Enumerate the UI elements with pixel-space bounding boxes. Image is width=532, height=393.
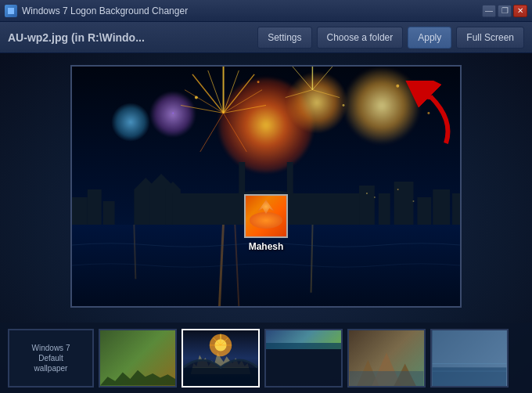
user-icon (244, 194, 288, 238)
svg-point-41 (366, 193, 368, 194)
wallpaper-preview (70, 65, 462, 308)
svg-line-47 (311, 225, 313, 293)
window-title: Windows 7 Logon Background Changer (22, 5, 188, 16)
svg-rect-64 (433, 367, 507, 386)
app-icon (5, 5, 17, 17)
firework-burst-2 (286, 71, 348, 134)
svg-rect-1 (11, 8, 14, 11)
svg-line-48 (134, 225, 135, 279)
thumbnail-3[interactable] (264, 329, 343, 388)
full-screen-button[interactable]: Full Screen (456, 27, 524, 49)
thumbnail-5-image (432, 330, 507, 386)
svg-line-46 (235, 225, 239, 306)
svg-point-42 (374, 196, 376, 198)
thumbnail-2-image (183, 330, 258, 386)
firework-burst-3 (149, 91, 196, 138)
thumbnail-1[interactable] (99, 329, 177, 388)
thumb-fireworks (183, 330, 258, 386)
thumbnail-3-image (266, 330, 341, 350)
svg-rect-3 (11, 11, 14, 14)
settings-button[interactable]: Settings (257, 27, 311, 49)
window-controls: — ❐ ✕ (482, 5, 527, 17)
svg-point-43 (397, 189, 399, 190)
apply-button[interactable]: Apply (408, 27, 451, 49)
svg-rect-32 (359, 186, 375, 225)
svg-rect-36 (433, 189, 450, 225)
toolbar: AU-wp2.jpg (in R:\Windo... Settings Choo… (0, 22, 532, 53)
thumb-seascape (432, 330, 507, 386)
minimize-button[interactable]: — (482, 5, 496, 17)
file-title: AU-wp2.jpg (in R:\Windo... (8, 31, 253, 44)
thumbnail-1-image (100, 330, 175, 386)
thumbnail-2-selected[interactable] (182, 329, 260, 388)
thumbnail-default[interactable]: Windows 7Defaultwallpaper (8, 329, 94, 388)
title-bar: Windows 7 Logon Background Changer — ❐ ✕ (0, 0, 532, 22)
title-left: Windows 7 Logon Background Changer (5, 5, 188, 17)
svg-rect-39 (88, 189, 102, 225)
firework-burst-5 (111, 103, 150, 142)
thumbnail-label: Windows 7Defaultwallpaper (29, 340, 74, 377)
main-area: Mahesh Windows 7Defaultwallpaper (0, 53, 532, 393)
restore-button[interactable]: ❐ (498, 5, 512, 17)
close-button[interactable]: ✕ (513, 5, 527, 17)
svg-rect-62 (350, 371, 424, 386)
thumbnail-5[interactable] (430, 329, 509, 388)
fireworks-background (72, 67, 460, 306)
svg-rect-38 (72, 197, 88, 225)
user-name: Mahesh (249, 241, 284, 252)
firework-burst-4 (343, 67, 421, 145)
thumbnail-4-image (349, 330, 424, 386)
thumbnail-strip: Windows 7Defaultwallpaper (0, 323, 532, 393)
svg-rect-2 (8, 11, 11, 14)
svg-rect-63 (433, 330, 507, 367)
svg-point-44 (412, 200, 414, 202)
thumb-rocks (349, 330, 424, 386)
thumbnail-4[interactable] (347, 329, 426, 388)
user-overlay: Mahesh (244, 194, 288, 252)
svg-rect-35 (417, 197, 431, 225)
svg-rect-58 (184, 367, 258, 386)
svg-rect-33 (379, 193, 390, 225)
svg-line-45 (219, 225, 223, 306)
svg-rect-0 (8, 8, 11, 11)
choose-folder-button[interactable]: Choose a folder (317, 27, 404, 49)
svg-rect-34 (394, 182, 414, 225)
svg-rect-37 (452, 193, 460, 225)
svg-rect-40 (103, 201, 115, 225)
